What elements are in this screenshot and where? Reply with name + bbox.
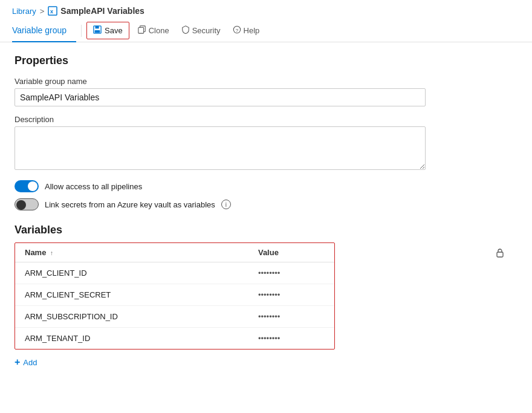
table-header-row: Name ↑ Value [15,243,334,262]
description-field: Description [15,115,517,172]
variable-name-cell: ARM_TENANT_ID [15,328,248,350]
variables-table: Name ↑ Value ARM_CLIENT_ID••••••••ARM_CL… [15,243,334,349]
table-row: ARM_TENANT_ID•••••••• [15,328,334,350]
toggle-vault-label: Link secrets from an Azure key vault as … [45,200,215,209]
toggle-vault[interactable] [15,198,39,210]
name-label: Variable group name [15,77,517,86]
variables-table-row-outer: Name ↑ Value ARM_CLIENT_ID••••••••ARM_CL… [15,242,517,350]
svg-rect-6 [138,28,144,34]
description-textarea[interactable] [15,126,426,170]
svg-rect-3 [96,26,99,28]
table-row: ARM_SUBSCRIPTION_ID•••••••• [15,306,334,328]
save-button[interactable]: Save [86,22,129,39]
add-label: Add [23,358,37,367]
variable-value-cell: •••••••• [248,284,334,306]
toggle-pipelines-row: Allow access to all pipelines [15,180,517,192]
breadcrumb: Library > x SampleAPI Variables [0,0,532,19]
svg-rect-4 [95,30,100,33]
plus-icon: + [15,357,20,368]
help-icon: ? [233,25,241,36]
description-label: Description [15,115,517,124]
tab-variable-group[interactable]: Variable group [12,19,76,42]
info-icon[interactable]: i [221,200,231,209]
save-label: Save [105,26,123,35]
variable-value-cell: •••••••• [248,306,334,328]
name-input[interactable] [15,88,426,106]
lock-column [335,242,517,260]
col-header-name: Name ↑ [15,243,248,262]
clone-label: Clone [149,26,169,35]
variables-section: Variables Name ↑ Value ARM_CLIENT [15,224,517,368]
save-icon [93,25,102,36]
clone-button[interactable]: Clone [132,22,175,39]
security-button[interactable]: Security [175,22,227,39]
security-label: Security [192,26,221,35]
security-icon [181,25,190,36]
variable-name-cell: ARM_CLIENT_SECRET [15,284,248,306]
breadcrumb-separator: > [40,7,45,16]
table-row: ARM_CLIENT_SECRET•••••••• [15,284,334,306]
variable-value-cell: •••••••• [248,262,334,284]
toolbar: Variable group Save Clone Security [0,19,532,42]
breadcrumb-page-icon: x [48,6,57,16]
add-button[interactable]: + Add [15,357,37,368]
variables-table-wrapper: Name ↑ Value ARM_CLIENT_ID••••••••ARM_CL… [15,242,335,350]
variable-name-cell: ARM_SUBSCRIPTION_ID [15,306,248,328]
properties-title: Properties [15,54,517,67]
variable-name-cell: ARM_CLIENT_ID [15,262,248,284]
svg-text:?: ? [235,28,238,33]
lock-icon [495,247,505,260]
table-row: ARM_CLIENT_ID•••••••• [15,262,334,284]
breadcrumb-library-link[interactable]: Library [12,7,36,16]
col-header-value: Value [248,243,334,262]
variable-group-name-field: Variable group name [15,77,517,106]
toolbar-divider [81,25,82,37]
variables-title: Variables [15,224,517,236]
help-label: Help [244,26,260,35]
help-button[interactable]: ? Help [227,22,266,39]
breadcrumb-page-title: SampleAPI Variables [60,6,144,16]
svg-rect-9 [497,252,503,257]
toggle-pipelines[interactable] [15,180,39,192]
toggle-pipelines-label: Allow access to all pipelines [45,182,142,191]
toggle-vault-row: Link secrets from an Azure key vault as … [15,198,517,210]
svg-text:x: x [50,8,53,15]
sort-icon: ↑ [50,250,53,256]
page-content: Properties Variable group name Descripti… [0,42,532,380]
variable-value-cell: •••••••• [248,328,334,350]
clone-icon [138,25,146,36]
